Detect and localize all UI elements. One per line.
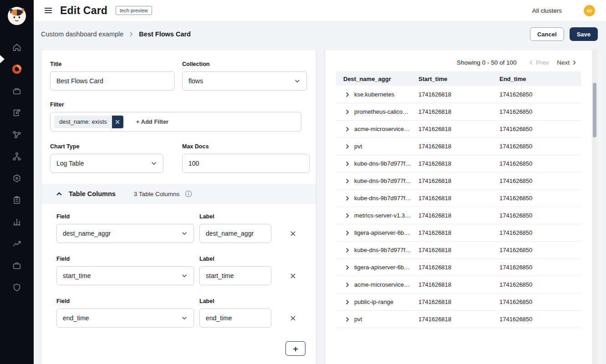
menu-toggle-button[interactable]	[44, 6, 53, 15]
cluster-selector[interactable]: All clusters	[532, 7, 562, 14]
sidebar-item-clusters[interactable]	[0, 167, 34, 189]
chevron-right-icon	[344, 91, 351, 98]
field-select[interactable]: end_time	[56, 308, 194, 328]
filter-label: Filter	[50, 101, 309, 108]
prev-page-button[interactable]: Prev	[528, 59, 549, 66]
sidebar-item-endpoints[interactable]	[0, 80, 34, 102]
table-columns-count: 3 Table Columns	[134, 191, 179, 197]
dest-name-cell: pvt	[354, 316, 362, 323]
field-select[interactable]: dest_name_aggr	[56, 224, 194, 243]
table-header-row: Dest_name_aggr Start_time End_time	[336, 71, 581, 86]
expand-row-button[interactable]	[344, 316, 351, 323]
chevron-right-icon	[344, 230, 351, 236]
logs-icon	[12, 217, 22, 227]
policies-icon	[12, 108, 22, 118]
collapse-section-button[interactable]	[56, 190, 63, 197]
table-row[interactable]: pvt 1741626818 1741626850	[336, 138, 581, 155]
table-row[interactable]: kube-dns-9b7d977f… 1741626818 1741626850	[336, 242, 581, 259]
expand-row-button[interactable]	[344, 109, 351, 115]
expand-row-button[interactable]	[344, 247, 351, 253]
table-row[interactable]: public-ip-range 1741626818 1741626850	[336, 293, 581, 311]
add-column-button[interactable]: +	[285, 341, 306, 356]
title-input[interactable]	[50, 71, 175, 91]
dest-name-cell: kube-dns-9b7d977f…	[354, 160, 411, 167]
chevron-right-icon	[344, 161, 351, 167]
expand-row-button[interactable]	[344, 126, 351, 132]
remove-filter-button[interactable]	[112, 116, 123, 128]
column-label-input[interactable]	[199, 224, 271, 243]
chart-type-select[interactable]: Log Table	[50, 154, 163, 173]
column-label-input[interactable]	[199, 266, 271, 285]
add-filter-button[interactable]: + Add Filter	[136, 118, 168, 125]
sub-header: Custom dashboard example Best Flows Card…	[34, 21, 606, 47]
field-select-value: start_time	[63, 272, 91, 279]
chevron-down-icon	[294, 78, 300, 84]
expand-row-button[interactable]	[344, 299, 351, 305]
expand-row-button[interactable]	[344, 195, 351, 202]
start-time-cell: 1741626818	[418, 316, 499, 323]
table-row[interactable]: kube-dns-9b7d977f… 1741626818 1741626850	[336, 172, 581, 190]
expand-row-button[interactable]	[344, 230, 351, 236]
cancel-button[interactable]: Cancel	[530, 27, 564, 41]
end-time-cell: 1741626850	[499, 247, 581, 253]
chevron-left-icon	[528, 60, 534, 66]
max-docs-input[interactable]	[182, 154, 310, 173]
end-time-cell: 1741626850	[499, 316, 581, 323]
sidebar-item-compliance[interactable]	[0, 189, 34, 211]
calico-logo[interactable]	[6, 5, 27, 28]
expand-row-button[interactable]	[344, 264, 351, 271]
sidebar-item-service-graph[interactable]	[0, 124, 34, 146]
remove-column-button[interactable]	[286, 266, 300, 285]
save-button[interactable]: Save	[570, 27, 598, 41]
expand-row-button[interactable]	[344, 161, 351, 167]
sidebar-item-flow-tiers[interactable]	[0, 146, 34, 167]
table-row[interactable]: metrics-server-v1.3… 1741626818 17416268…	[336, 207, 581, 224]
remove-column-button[interactable]	[286, 308, 300, 328]
expand-row-button[interactable]	[344, 282, 351, 288]
table-row[interactable]: kube-dns-9b7d977f… 1741626818 1741626850	[336, 190, 581, 207]
expand-row-button[interactable]	[344, 178, 351, 184]
dest-name-cell: prometheus-calico…	[354, 108, 408, 115]
table-column-editor: Field dest_name_aggr Label	[56, 213, 316, 243]
expand-row-button[interactable]	[344, 143, 351, 150]
sidebar-item-threat-defense[interactable]	[0, 277, 34, 298]
table-row[interactable]: kse.kubernetes 1741626818 1741626850	[336, 86, 581, 103]
info-icon[interactable]	[185, 190, 192, 197]
table-columns-section-header[interactable]: Table Columns 3 Table Columns	[41, 184, 316, 204]
expand-row-button[interactable]	[344, 91, 351, 98]
remove-column-button[interactable]	[286, 224, 300, 243]
chevron-right-icon	[344, 143, 351, 150]
filter-chip-text: dest_name: exists	[54, 116, 112, 128]
next-page-button[interactable]: Next	[557, 59, 577, 66]
collection-select-value: flows	[188, 77, 203, 85]
breadcrumb-parent[interactable]: Custom dashboard example	[41, 30, 123, 38]
end-time-cell: 1741626850	[499, 160, 581, 167]
max-docs-label: Max Docs	[182, 143, 310, 150]
table-row[interactable]: tigera-apiserver-6b… 1741626818 17416268…	[336, 224, 581, 242]
sidebar-item-logs[interactable]	[0, 211, 34, 233]
scrollbar-track[interactable]	[592, 50, 597, 364]
page-title: Edit Card	[60, 5, 107, 17]
table-row[interactable]: acme-microservice… 1741626818 1741626850	[336, 121, 581, 138]
avatar[interactable]: cc	[584, 5, 595, 16]
table-row[interactable]: prometheus-calico… 1741626818 1741626850	[336, 103, 581, 121]
sidebar-item-activity[interactable]	[0, 233, 34, 255]
start-time-cell: 1741626818	[418, 264, 499, 271]
table-row[interactable]: pvt 1741626818 1741626850	[336, 311, 581, 328]
sidebar-item-policies[interactable]	[0, 102, 34, 124]
column-label-input[interactable]	[199, 308, 271, 328]
table-row[interactable]: tigera-apiserver-6b… 1741626818 17416268…	[336, 259, 581, 276]
start-time-cell: 1741626818	[418, 195, 499, 202]
sidebar-item-workloads[interactable]	[0, 255, 34, 277]
field-select[interactable]: start_time	[56, 266, 194, 285]
end-time-cell: 1741626850	[499, 91, 581, 98]
table-row[interactable]: acme-microservice… 1741626818 1741626850	[336, 276, 581, 293]
table-row[interactable]: kube-dns-9b7d977f… 1741626818 1741626850	[336, 155, 581, 172]
start-time-cell: 1741626818	[418, 177, 499, 184]
scrollbar-thumb[interactable]	[593, 83, 596, 137]
sidebar-item-dashboards[interactable]	[0, 58, 34, 80]
collection-select[interactable]: flows	[182, 71, 307, 91]
dashboards-icon	[11, 64, 22, 75]
expand-row-button[interactable]	[344, 212, 351, 219]
sidebar-item-home[interactable]	[0, 36, 34, 58]
